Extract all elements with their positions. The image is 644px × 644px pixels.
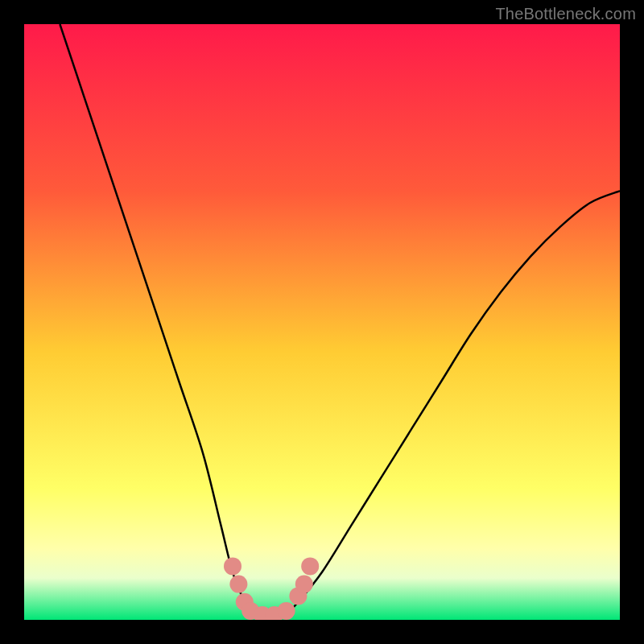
watermark-text: TheBottleneck.com: [495, 5, 636, 23]
bottleneck-chart: [24, 24, 620, 620]
marker-point: [301, 557, 319, 575]
marker-point: [224, 557, 242, 575]
marker-point: [278, 602, 295, 620]
gradient-background: [24, 24, 620, 620]
marker-point: [295, 576, 313, 593]
chart-frame: [24, 24, 620, 620]
marker-point: [229, 576, 247, 593]
